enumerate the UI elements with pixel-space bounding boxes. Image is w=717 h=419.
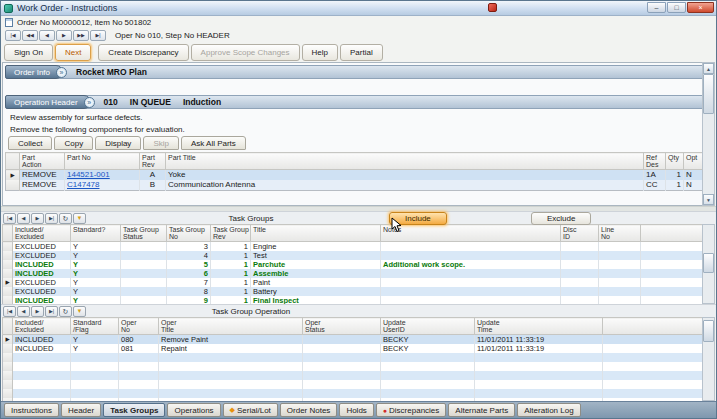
task-group-row[interactable]: INCLUDED Y 6 1 Assemble	[3, 269, 704, 278]
col-update-userid: UpdateUserID	[381, 318, 475, 335]
col-task-group-rev: Task GroupRev	[211, 225, 251, 242]
order-info-collapsed-area	[5, 79, 712, 95]
tab-serial-lot[interactable]: ◆Serial/Lot	[223, 403, 278, 417]
task-group-row[interactable]: INCLUDED Y 5 1 Parchute Additional work …	[3, 260, 704, 269]
help-button[interactable]: Help	[302, 44, 338, 61]
task-group-row[interactable]: EXCLUDED Y 8 1 Battery	[3, 287, 704, 296]
oper-no-value: 010	[104, 97, 118, 107]
tg-nav-prev-button[interactable]: ◀	[17, 213, 30, 224]
oper-status-value: IN QUEUE	[130, 97, 171, 107]
close-button[interactable]: ×	[687, 2, 714, 13]
tgo-header-row: Included/Excluded Standard/Flag OperNo O…	[3, 318, 704, 335]
tg-refresh-button[interactable]: ↻	[59, 213, 72, 224]
task-group-row[interactable]: INCLUDED Y 9 1 Final Inspect	[3, 296, 704, 304]
nav-first-button[interactable]: |◀	[5, 30, 21, 41]
nav-prev-button[interactable]: ◀	[39, 30, 55, 41]
ask-all-parts-button[interactable]: Ask All Parts	[181, 136, 246, 150]
work-order-window: Work Order - Instructions – □ × Order No…	[0, 0, 717, 419]
empty-row	[3, 371, 704, 380]
task-groups-title: Task Groups	[166, 214, 336, 223]
create-discrepancy-button[interactable]: Create Discrepancy	[98, 44, 188, 61]
nav-last-button[interactable]: ▶|	[90, 30, 106, 41]
tg-filter-icon-button[interactable]: ▼	[73, 213, 86, 224]
col-oper-no: OperNo	[119, 318, 159, 335]
tg-nav-last-button[interactable]: ▶|	[45, 213, 58, 224]
tgo-nav-first-button[interactable]: |◀	[3, 306, 16, 317]
empty-row	[3, 353, 704, 362]
tgo-nav-last-button[interactable]: ▶|	[45, 306, 58, 317]
tab-operations[interactable]: Operations	[167, 403, 220, 417]
order-info-section: Order Info » Rocket MRO Plan	[5, 65, 712, 79]
task-group-row[interactable]: EXCLUDED Y 4 1 Test	[3, 251, 704, 260]
nav-next-page-button[interactable]: ▶▶	[73, 30, 89, 41]
collect-button[interactable]: Collect	[8, 136, 52, 150]
order-info-pill: Order Info	[5, 65, 63, 79]
tab-discrepancies[interactable]: ●Discrepancies	[376, 403, 446, 417]
tgo-row[interactable]: ▶ INCLUDED Y 080 Remove Paint BECKY 11/0…	[3, 335, 704, 345]
tg-nav-first-button[interactable]: |◀	[3, 213, 16, 224]
minimize-button[interactable]: –	[647, 2, 666, 13]
scroll-up-button[interactable]: ▲	[703, 63, 714, 74]
tab-alteration-log[interactable]: Alteration Log	[517, 403, 580, 417]
part-title-cell: Yoke	[166, 170, 644, 181]
order-info-bar: Order No M0000012, Item No 501802	[1, 16, 716, 28]
selected-row-marker-icon: ▶	[5, 279, 9, 285]
document-icon	[5, 18, 13, 27]
parts-toolbar: Collect Copy Display Skip Ask All Parts	[5, 136, 712, 151]
nav-next-button[interactable]: ▶	[56, 30, 72, 41]
app-icon	[4, 4, 13, 13]
task-group-operation-table: Included/Excluded Standard/Flag OperNo O…	[2, 317, 704, 401]
tab-order-notes[interactable]: Order Notes	[280, 403, 338, 417]
part-no-link[interactable]: 144521-001	[67, 170, 110, 179]
operation-header-toggle-button[interactable]: »	[84, 97, 95, 108]
selected-row-marker-icon: ▶	[10, 172, 14, 178]
content-panel: Order Info » Rocket MRO Plan Operation H…	[2, 62, 715, 206]
next-button[interactable]: Next	[55, 44, 91, 61]
part-row[interactable]: REMOVE C147478 B Communication Antenna C…	[6, 180, 704, 191]
tab-alternate-parts[interactable]: Alternate Parts	[448, 403, 515, 417]
tg-nav-next-button[interactable]: ▶	[31, 213, 44, 224]
empty-row	[3, 389, 704, 398]
tgo-nav-next-button[interactable]: ▶	[31, 306, 44, 317]
task-group-row[interactable]: EXCLUDED Y 3 1 Engine	[3, 242, 704, 252]
display-button[interactable]: Display	[95, 136, 141, 150]
tab-holds[interactable]: Holds	[339, 403, 373, 417]
oper-title-value: Induction	[183, 97, 221, 107]
maximize-button[interactable]: □	[667, 2, 686, 13]
col-standard: Standard?	[71, 225, 121, 242]
tgo-scrollbar	[702, 317, 715, 401]
exclude-button[interactable]: Exclude	[531, 212, 591, 225]
col-update-time: UpdateTime	[475, 318, 603, 335]
main-toolbar: Sign On Next Create Discrepancy Approve …	[1, 42, 716, 62]
part-title-cell: Communication Antenna	[166, 180, 644, 191]
scrollbar-thumb[interactable]	[703, 320, 714, 342]
opt-cell: N	[684, 170, 704, 181]
task-group-row[interactable]: ▶ EXCLUDED Y 7 1 Paint	[3, 278, 704, 287]
operation-instructions: Review assembly for surface defects. Rem…	[5, 109, 712, 135]
part-row[interactable]: ▶ REMOVE 144521-001 A Yoke 1A 1 N	[6, 170, 704, 181]
col-standard-flag: Standard/Flag	[71, 318, 119, 335]
nav-prev-page-button[interactable]: ◀◀	[22, 30, 38, 41]
col-part-rev: PartRev	[140, 153, 166, 170]
tab-instructions[interactable]: Instructions	[4, 403, 59, 417]
tgo-filter-icon-button[interactable]: ▼	[73, 306, 86, 317]
tgo-row[interactable]: INCLUDED Y 081 Repaint BECKY 11/01/2011 …	[3, 344, 704, 353]
order-info-toggle-button[interactable]: »	[56, 67, 67, 78]
partial-button[interactable]: Partial	[340, 44, 383, 61]
tab-header[interactable]: Header	[61, 403, 101, 417]
sign-on-button[interactable]: Sign On	[4, 44, 53, 61]
operation-header-section: Operation Header » 010 IN QUEUE Inductio…	[5, 95, 712, 109]
parts-table: PartAction Part No PartRev Part Title Re…	[5, 152, 704, 191]
content-scrollbar: ▲ ▼	[702, 62, 715, 206]
tgo-nav-prev-button[interactable]: ◀	[17, 306, 30, 317]
tab-task-groups[interactable]: Task Groups	[103, 403, 165, 417]
col-oper-title: OperTitle	[159, 318, 303, 335]
tgo-refresh-button[interactable]: ↻	[59, 306, 72, 317]
scrollbar-thumb[interactable]	[703, 253, 714, 273]
part-no-link[interactable]: C147478	[67, 180, 99, 189]
part-rev-cell: A	[140, 170, 166, 181]
scroll-down-button[interactable]: ▼	[703, 194, 714, 205]
scrollbar-thumb[interactable]	[703, 74, 714, 114]
col-ref-des: RefDes	[644, 153, 666, 170]
copy-button[interactable]: Copy	[54, 136, 93, 150]
